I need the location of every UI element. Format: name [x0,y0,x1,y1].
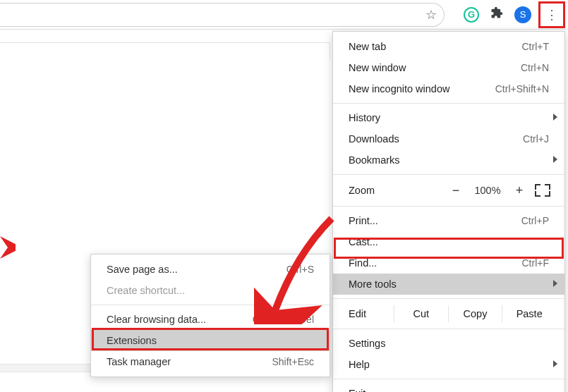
menu-separator [333,103,564,104]
main-menu: New tab Ctrl+T New window Ctrl+N New inc… [332,31,565,392]
chevron-right-icon [553,280,557,287]
ext-badge-letter: G [468,9,475,20]
menu-item-find[interactable]: Find... Ctrl+F [333,252,564,274]
menu-shortcut: Ctrl+Shift+N [495,83,549,94]
menu-label: Settings [349,338,385,349]
menu-label: Zoom [349,185,375,196]
menu-label: Edit [349,308,394,319]
menu-label: Task manager [107,356,171,367]
menu-item-zoom: Zoom − 100% + [333,178,564,202]
browser-toolbar: ☆ G S ⋮ [0,0,568,30]
menu-label: Clear browsing data... [107,314,206,325]
menu-separator [333,174,564,175]
menu-label: Bookmarks [349,154,400,166]
grammarly-extension-icon[interactable]: G [464,7,479,23]
menu-label: New tab [349,41,386,52]
paste-button[interactable]: Paste [502,305,556,322]
menu-item-history[interactable]: History [333,107,564,128]
chevron-right-icon [553,156,557,163]
submenu-item-clear-data[interactable]: Clear browsing data... Ctrl+Shift+Del [91,309,330,330]
menu-item-edit: Edit Cut Copy Paste [333,302,564,325]
more-tools-submenu: Save page as... Ctrl+S Create shortcut..… [90,254,330,377]
menu-label: Downloads [349,133,399,145]
menu-item-downloads[interactable]: Downloads Ctrl+J [333,128,564,149]
menu-shortcut: Ctrl+Shift+Del [253,314,314,325]
menu-separator [333,329,564,329]
menu-shortcut: Ctrl+S [286,264,314,275]
menu-shortcut: Ctrl+N [521,62,549,73]
menu-label: Cast... [349,236,378,247]
menu-label: New incognito window [349,83,449,94]
menu-label: Extensions [107,335,157,346]
menu-item-cast[interactable]: Cast... [333,231,564,252]
chevron-right-icon [553,114,557,121]
menu-label: Find... [349,257,377,269]
menu-separator [333,298,564,299]
omnibox[interactable]: ☆ [0,3,445,27]
submenu-item-create-shortcut[interactable]: Create shortcut... [91,280,330,301]
zoom-controls: − 100% + [452,184,549,197]
profile-avatar[interactable]: S [514,6,531,23]
menu-label: Exit [349,388,365,392]
menu-label: More tools [349,278,397,290]
menu-item-print[interactable]: Print... Ctrl+P [333,210,564,231]
menu-label: Save page as... [107,264,178,275]
menu-shortcut: Ctrl+P [521,215,549,226]
menu-separator [91,305,330,305]
copy-button[interactable]: Copy [448,305,502,322]
submenu-item-extensions[interactable]: Extensions [91,330,330,351]
menu-shortcut: Ctrl+F [522,257,550,269]
fullscreen-icon[interactable] [536,185,549,195]
kebab-menu-icon[interactable]: ⋮ [541,4,562,25]
zoom-in-button[interactable]: + [515,184,524,197]
menu-label: Print... [349,215,378,226]
zoom-out-button[interactable]: − [452,184,460,197]
menu-shortcut: Shift+Esc [272,356,314,367]
menu-shortcut: Ctrl+J [523,133,549,145]
submenu-item-save-page[interactable]: Save page as... Ctrl+S [91,259,330,280]
toolbar-icons: G S ⋮ [464,4,562,25]
menu-item-new-window[interactable]: New window Ctrl+N [333,57,564,78]
menu-item-bookmarks[interactable]: Bookmarks [333,149,564,171]
menu-item-new-tab[interactable]: New tab Ctrl+T [333,36,564,57]
edit-buttons: Cut Copy Paste [394,305,556,322]
cut-button[interactable]: Cut [394,305,448,322]
menu-label: History [349,112,380,123]
zoom-percent: 100% [473,185,502,196]
page-footer-stripe [0,364,90,372]
avatar-letter: S [520,9,526,20]
page-subheader-line [0,42,330,59]
menu-item-help[interactable]: Help [333,354,564,375]
decorative-red-glyph [0,236,16,259]
menu-item-incognito[interactable]: New incognito window Ctrl+Shift+N [333,78,564,99]
menu-label: Help [349,359,370,370]
chevron-right-icon [553,360,557,367]
menu-shortcut: Ctrl+T [522,41,550,52]
bookmark-star-icon[interactable]: ☆ [425,7,437,23]
menu-label: Create shortcut... [107,285,185,296]
menu-separator [333,206,564,207]
submenu-item-task-manager[interactable]: Task manager Shift+Esc [91,351,330,372]
menu-item-exit[interactable]: Exit [333,383,564,392]
extensions-puzzle-icon[interactable] [490,6,503,23]
menu-item-settings[interactable]: Settings [333,333,564,354]
menu-separator [333,379,564,379]
menu-label: New window [349,62,406,73]
menu-item-more-tools[interactable]: More tools [333,274,564,295]
